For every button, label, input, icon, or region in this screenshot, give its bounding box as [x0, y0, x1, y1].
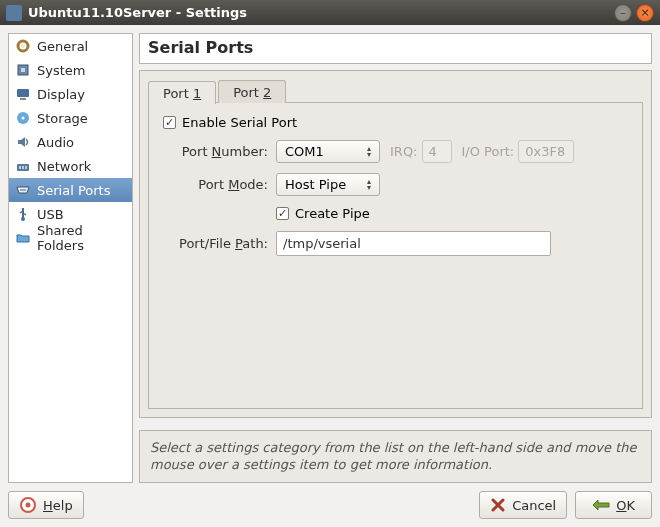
- sidebar-item-label: USB: [37, 207, 64, 222]
- sidebar-item-label: Shared Folders: [37, 223, 126, 253]
- app-icon: [6, 5, 22, 21]
- enable-port-row: Enable Serial Port: [163, 115, 628, 130]
- button-row: Help Cancel OK: [8, 483, 652, 519]
- svg-marker-19: [593, 500, 609, 510]
- close-button[interactable]: ×: [636, 4, 654, 22]
- speaker-icon: [15, 134, 31, 150]
- tab-body: Enable Serial Port Port Number: COM1 IRQ…: [148, 102, 643, 409]
- window-body: General System Display Storage Audio Net…: [0, 25, 660, 527]
- port-number-combo[interactable]: COM1: [276, 140, 380, 163]
- sidebar-item-general[interactable]: General: [9, 34, 132, 58]
- sidebar-item-label: Storage: [37, 111, 88, 126]
- create-pipe-row: Create Pipe: [163, 206, 628, 221]
- network-icon: [15, 158, 31, 174]
- help-icon: [19, 496, 37, 514]
- ok-button[interactable]: OK: [575, 491, 652, 519]
- sidebar-item-label: General: [37, 39, 88, 54]
- spinner-arrows-icon: [363, 179, 375, 191]
- sidebar-item-label: Audio: [37, 135, 74, 150]
- usb-icon: [15, 206, 31, 222]
- sidebar-item-network[interactable]: Network: [9, 154, 132, 178]
- create-pipe-checkbox[interactable]: [276, 207, 289, 220]
- sidebar-item-label: Display: [37, 87, 85, 102]
- tabs-row: Port 1 Port 2: [148, 79, 643, 103]
- port-mode-label: Port Mode:: [163, 177, 268, 192]
- panels: General System Display Storage Audio Net…: [8, 33, 652, 483]
- ioport-value: 0x3F8: [518, 140, 574, 163]
- port-path-input[interactable]: [276, 231, 551, 256]
- port-number-value: COM1: [285, 144, 324, 159]
- sidebar-item-shared-folders[interactable]: Shared Folders: [9, 226, 132, 250]
- port-path-row: Port/File Path:: [163, 231, 628, 256]
- content-box: Port 1 Port 2 Enable Serial Port Port Nu…: [139, 70, 652, 418]
- sidebar-item-serial-ports[interactable]: Serial Ports: [9, 178, 132, 202]
- svg-rect-12: [25, 166, 27, 169]
- svg-rect-3: [21, 68, 25, 72]
- irq-value: 4: [422, 140, 452, 163]
- svg-point-15: [24, 189, 26, 191]
- svg-point-13: [20, 189, 22, 191]
- ok-icon: [592, 498, 610, 512]
- port-mode-combo[interactable]: Host Pipe: [276, 173, 380, 196]
- svg-point-1: [21, 44, 25, 48]
- port-mode-row: Port Mode: Host Pipe: [163, 173, 628, 196]
- sidebar-item-display[interactable]: Display: [9, 82, 132, 106]
- svg-point-16: [21, 217, 25, 221]
- cancel-button[interactable]: Cancel: [479, 491, 567, 519]
- page-title: Serial Ports: [148, 38, 643, 57]
- disk-icon: [15, 110, 31, 126]
- svg-point-14: [22, 189, 24, 191]
- cancel-label: Cancel: [512, 498, 556, 513]
- svg-point-7: [22, 117, 25, 120]
- chip-icon: [15, 62, 31, 78]
- monitor-icon: [15, 86, 31, 102]
- sidebar-item-system[interactable]: System: [9, 58, 132, 82]
- sidebar-item-label: System: [37, 63, 85, 78]
- settings-sidebar: General System Display Storage Audio Net…: [8, 33, 133, 483]
- sidebar-item-audio[interactable]: Audio: [9, 130, 132, 154]
- gear-icon: [15, 38, 31, 54]
- folder-icon: [15, 230, 31, 246]
- port-path-label: Port/File Path:: [163, 236, 268, 251]
- svg-rect-5: [20, 98, 26, 100]
- right-pane: Serial Ports Port 1 Port 2 Enable Serial…: [139, 33, 652, 483]
- enable-port-checkbox[interactable]: [163, 116, 176, 129]
- serial-port-icon: [15, 182, 31, 198]
- spinner-arrows-icon: [363, 146, 375, 158]
- titlebar: Ubuntu11.10Server - Settings – ×: [0, 0, 660, 25]
- tab-port-1[interactable]: Port 1: [148, 81, 216, 104]
- ioport-label: I/O Port:: [462, 144, 515, 159]
- port-number-row: Port Number: COM1 IRQ: 4 I/O Port: 0x3F8: [163, 140, 628, 163]
- enable-port-label: Enable Serial Port: [182, 115, 297, 130]
- sidebar-item-label: Network: [37, 159, 91, 174]
- irq-label: IRQ:: [390, 144, 418, 159]
- sidebar-item-storage[interactable]: Storage: [9, 106, 132, 130]
- svg-rect-4: [17, 89, 29, 97]
- hint-box: Select a settings category from the list…: [139, 430, 652, 483]
- svg-rect-10: [19, 166, 21, 169]
- port-number-label: Port Number:: [163, 144, 268, 159]
- tab-port-2[interactable]: Port 2: [218, 80, 286, 103]
- svg-rect-11: [22, 166, 24, 169]
- svg-marker-8: [18, 137, 25, 147]
- minimize-button[interactable]: –: [614, 4, 632, 22]
- cancel-icon: [490, 497, 506, 513]
- svg-point-18: [26, 503, 31, 508]
- sidebar-item-label: Serial Ports: [37, 183, 110, 198]
- create-pipe-label: Create Pipe: [295, 206, 370, 221]
- help-button[interactable]: Help: [8, 491, 84, 519]
- page-header: Serial Ports: [139, 33, 652, 64]
- window-title: Ubuntu11.10Server - Settings: [28, 5, 610, 20]
- port-mode-value: Host Pipe: [285, 177, 346, 192]
